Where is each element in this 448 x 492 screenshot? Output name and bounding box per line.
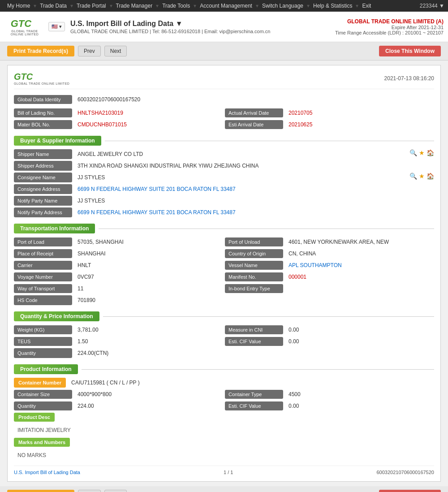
consignee-address-row: Consignee Address 6699 N FEDERAL HIGHWAY… [14, 184, 434, 194]
container-number-button[interactable]: Container Number [14, 378, 66, 388]
consignee-home-icon[interactable]: 🏠 [426, 173, 434, 182]
print-record-button-bottom[interactable]: Print Trade Record(s) [7, 490, 74, 492]
notify-party-address-label: Notify Party Address [14, 207, 72, 217]
quantity-row: Quantity 224.00(CTN) [14, 348, 434, 358]
voyage-left: Voyage Number 0VC97 [14, 272, 223, 282]
teus-label: TEUS [14, 337, 72, 346]
weight-label: Weight (KG) [14, 325, 72, 334]
marks-button[interactable]: Marks and Numbers [14, 438, 70, 447]
nav-account-management[interactable]: Account Management [196, 0, 256, 12]
bill-of-lading-value: HNLTSHA2103019 [74, 108, 223, 118]
flag-dropdown-arrow: ▾ [59, 24, 62, 30]
mater-bol-value: CMDUCNHB071015 [74, 120, 223, 129]
voyage-number-value: 0VC97 [74, 272, 223, 282]
notify-party-name-value: JJ STYLES [74, 196, 434, 206]
way-of-transport-value: 11 [74, 284, 223, 293]
container-size-type-row: Container Size 4000*900*800 Container Ty… [14, 389, 434, 399]
nav-trade-data[interactable]: Trade Data [36, 0, 70, 12]
nav-trade-tools[interactable]: Trade Tools [159, 0, 194, 12]
prev-button-bottom[interactable]: Prev [78, 490, 101, 492]
consignee-star-icon[interactable]: ★ [419, 173, 425, 182]
port-of-load-value: 57035, SHANGHAI [74, 237, 223, 247]
product-quantity-left: Quantity 224.00 [14, 401, 223, 411]
close-window-button-bottom[interactable]: Close This Window [379, 490, 441, 492]
shipper-icons: 🔍 ★ 🏠 [409, 149, 434, 159]
quantity-value: 224.00(CTN) [74, 348, 434, 358]
next-button-bottom[interactable]: Next [104, 490, 127, 492]
shipper-name-label: Shipper Name [14, 149, 72, 159]
product-esti-cif-label: Esti. CIF Value [225, 401, 283, 410]
close-window-button-top[interactable]: Close This Window [379, 46, 441, 56]
company-name: GLOBAL TRADE ONLINE LIMITED (A) [335, 18, 444, 25]
shipper-name-row: Shipper Name ANGEL JEWELRY CO LTD 🔍 ★ 🏠 [14, 149, 434, 159]
nav-help-statistics[interactable]: Help & Statistics [310, 0, 356, 12]
next-button-top[interactable]: Next [104, 46, 127, 56]
flag-icon: 🇺🇸 [52, 24, 58, 30]
global-data-identity-label: Global Data Identity [14, 95, 72, 104]
account-number: 223344 ▼ [420, 3, 444, 9]
doc-logo-text: GTC [14, 72, 33, 82]
nav-exit[interactable]: Exit [358, 0, 375, 12]
document-header: GTC GLOBAL TRADE ONLINE LIMITED 2021-07-… [14, 72, 434, 89]
receipt-left: Place of Receipt SHANGHAI [14, 249, 223, 259]
container-number-row: Container Number CAIU7115981 ( CN / L / … [14, 378, 434, 388]
shipper-star-icon[interactable]: ★ [419, 149, 425, 159]
shipper-home-icon[interactable]: 🏠 [426, 149, 434, 159]
port-load-left: Port of Load 57035, SHANGHAI [14, 237, 223, 247]
actual-arrival-value: 20210705 [285, 108, 434, 118]
esti-arrival-value: 20210625 [285, 120, 434, 129]
container-type-label: Container Type [225, 390, 283, 399]
header-right: GLOBAL TRADE ONLINE LIMITED (A) Expire A… [335, 18, 444, 35]
consignee-name-row: Consignee Name JJ STYLES 🔍 ★ 🏠 [14, 173, 434, 182]
mater-bol-left: Mater BOL No. CMDUCNHB071015 [14, 120, 223, 129]
notify-party-name-label: Notify Party Name [14, 196, 72, 206]
nav-switch-language[interactable]: Switch Language [258, 0, 307, 12]
language-flag-button[interactable]: 🇺🇸 ▾ [48, 22, 65, 31]
vessel-name-value: APL SOUTHAMPTON [285, 260, 434, 270]
prev-button-top[interactable]: Prev [78, 46, 101, 56]
container-type-value: 4500 [285, 389, 434, 399]
product-quantity-cif-row: Quantity 224.00 Esti. CIF Value 0.00 [14, 401, 434, 411]
action-bar-bottom: Print Trade Record(s) Prev Next Close Th… [0, 486, 448, 492]
manifest-right: Manifest No. 000001 [225, 272, 434, 282]
page-subtitle: GLOBAL TRADE ONLINE LIMITED | Tel: 86-51… [70, 29, 335, 34]
shipper-address-value: 3TH XINDA ROAD SHANGXI INDUSTRIAL PARK Y… [74, 161, 434, 171]
port-of-unload-label: Port of Unload [225, 237, 283, 246]
place-of-receipt-label: Place of Receipt [14, 249, 72, 258]
bill-of-lading-label: Bill of Lading No. [14, 108, 72, 117]
logo-text: GTC [11, 18, 39, 30]
transport-inbond-row: Way of Transport 11 In-bond Entry Type [14, 284, 434, 293]
document-footer: U.S. Import Bill of Lading Data 1 / 1 60… [14, 466, 434, 475]
product-desc-button[interactable]: Product Desc [14, 413, 55, 422]
buyer-supplier-title: Buyer & Supplier Information [14, 136, 101, 146]
origin-right: Country of Origin CN, CHINA [225, 249, 434, 259]
marks-row: Marks and Numbers [14, 438, 434, 449]
teus-left: TEUS 1.50 [14, 337, 223, 346]
hs-code-value: 701890 [74, 295, 434, 305]
quantity-price-line [103, 316, 434, 317]
shipper-search-icon[interactable]: 🔍 [409, 149, 417, 159]
quantity-price-section-header: Quantity & Price Information [14, 311, 434, 321]
doc-footer-link[interactable]: U.S. Import Bill of Lading Data [14, 470, 80, 475]
carrier-label: Carrier [14, 261, 72, 270]
nav-trade-manager[interactable]: Trade Manager [112, 0, 156, 12]
mater-bol-label: Mater BOL No. [14, 120, 72, 129]
action-bar-top: Print Trade Record(s) Prev Next Close Th… [0, 42, 448, 60]
nav-trade-portal[interactable]: Trade Portal [73, 0, 110, 12]
header-title-area: U.S. Import Bill of Lading Data ▼ GLOBAL… [70, 20, 335, 34]
container-size-label: Container Size [14, 390, 72, 399]
actual-arrival-label: Actual Arrival Date [225, 108, 283, 117]
buyer-supplier-line [105, 141, 434, 141]
shipper-name-value: ANGEL JEWELRY CO LTD [74, 149, 404, 159]
nav-my-home[interactable]: My Home [4, 0, 34, 12]
consignee-search-icon[interactable]: 🔍 [409, 173, 417, 182]
marks-value: NO MARKS [14, 450, 434, 460]
transportation-line [99, 229, 434, 229]
voyage-number-label: Voyage Number [14, 272, 72, 281]
print-record-button-top[interactable]: Print Trade Record(s) [7, 46, 74, 56]
notify-party-name-row: Notify Party Name JJ STYLES [14, 196, 434, 206]
shipper-address-label: Shipper Address [14, 161, 72, 171]
notify-party-address-value: 6699 N FEDERAL HIGHWAY SUITE 201 BOCA RA… [74, 207, 434, 217]
carrier-value: HNLT [74, 260, 223, 270]
product-quantity-value: 224.00 [74, 401, 223, 411]
